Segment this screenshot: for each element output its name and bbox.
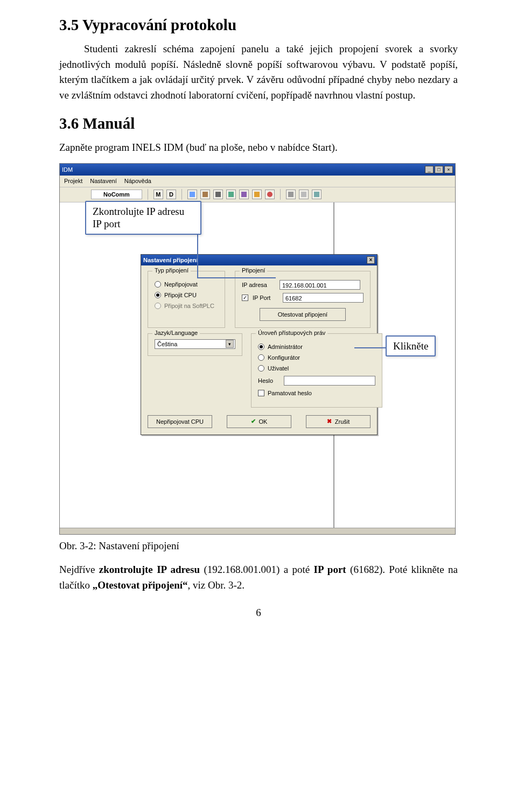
- bold-text: IP port: [314, 564, 346, 575]
- toolbar-icon[interactable]: [252, 190, 262, 199]
- callout-leader: [354, 347, 386, 348]
- heading-3-5: 3.5 Vypracování protokolu: [59, 16, 458, 34]
- group-connection: Připojení IP adresa 192.168.001.001 ✓ IP…: [235, 271, 371, 328]
- toolbar-icon[interactable]: [286, 190, 296, 199]
- toolbar-separator: [148, 189, 148, 200]
- group-legend: Úroveň přístupových práv: [256, 330, 327, 336]
- radio-softplc[interactable]: Připojit na SoftPLC: [155, 303, 218, 309]
- radio-label: Připojit CPU: [164, 292, 197, 298]
- input-ip-address[interactable]: 192.168.001.001: [280, 280, 360, 290]
- radio-pripojit-cpu[interactable]: Připojit CPU: [155, 292, 218, 298]
- toolbar-icon[interactable]: [187, 190, 197, 199]
- status-nocomm: NoComm: [91, 190, 142, 199]
- check-icon: ✔: [251, 418, 256, 425]
- menu-nastaveni[interactable]: Nastavení: [90, 178, 117, 184]
- toolbar-icon[interactable]: [200, 190, 210, 199]
- chevron-down-icon: ▾: [226, 340, 234, 348]
- toolbar-icon[interactable]: [312, 190, 322, 199]
- titlebar: IDM _ □ ×: [60, 164, 455, 176]
- callout-leader: [197, 277, 276, 278]
- dialog-title: Nastavení připojení: [143, 257, 198, 263]
- connection-settings-dialog: Nastavení připojení × Typ připojení Nepř…: [141, 254, 378, 435]
- ok-button[interactable]: ✔ OK: [227, 415, 291, 428]
- radio-label: Připojit na SoftPLC: [164, 303, 214, 309]
- radio-icon: [258, 354, 264, 361]
- toolbar-separator: [181, 189, 182, 200]
- callout-ip-line2: IP port: [93, 218, 121, 229]
- para-after-figure: Nejdříve zkontrolujte IP adresu (192.168…: [59, 562, 458, 593]
- test-connection-button[interactable]: Otestovat připojení: [260, 308, 346, 321]
- bold-text: „Otestovat připojení“: [93, 579, 188, 591]
- radio-label: Administrátor: [268, 344, 303, 350]
- language-value: Čeština: [157, 341, 177, 347]
- para-3-5: Studenti zakreslí schéma zapojení panelu…: [59, 41, 458, 103]
- text: (192.168.001.001) a poté: [200, 564, 314, 575]
- toolbar-icon[interactable]: [213, 190, 223, 199]
- radio-icon: [258, 344, 264, 350]
- radio-label: Uživatel: [268, 365, 289, 372]
- group-legend: Typ připojení: [152, 267, 191, 274]
- label-password: Heslo: [258, 377, 280, 384]
- menubar: Projekt Nastavení Nápověda: [60, 176, 455, 187]
- para-3-6: Zapněte program INELS IDM (buď na ploše,…: [59, 140, 458, 156]
- radio-label: Nepřipojovat: [164, 281, 198, 288]
- dont-connect-cpu-button[interactable]: Nepřipojovat CPU: [148, 415, 212, 428]
- label-ip: IP adresa: [242, 282, 275, 288]
- figure-caption: Obr. 3-2: Nastavení připojení: [59, 540, 458, 552]
- close-button[interactable]: ×: [444, 166, 453, 173]
- screenshot-figure: Zkontrolujte IP adresu IP port Klikněte …: [59, 163, 456, 535]
- input-ip-port[interactable]: 61682: [283, 293, 364, 303]
- group-language: Jazyk/Language Čeština ▾: [148, 333, 242, 356]
- group-access-level: Úroveň přístupových práv Administrátor K…: [251, 333, 382, 408]
- bold-text: zkontrolujte IP adresu: [99, 564, 200, 575]
- radio-icon: [258, 365, 264, 372]
- input-password[interactable]: [284, 376, 375, 386]
- checkbox-icon: [258, 390, 264, 396]
- text: , viz Obr. 3-2.: [188, 579, 245, 591]
- radio-nepripojovat[interactable]: Nepřipojovat: [155, 281, 218, 288]
- toolbar-icon[interactable]: [226, 190, 236, 199]
- dialog-close-button[interactable]: ×: [367, 256, 375, 264]
- dialog-titlebar: Nastavení připojení ×: [141, 255, 377, 265]
- menu-napoveda[interactable]: Nápověda: [124, 178, 151, 184]
- group-connection-type: Typ připojení Nepřipojovat Připojit CPU: [148, 271, 225, 328]
- callout-ip-check: Zkontrolujte IP adresu IP port: [85, 201, 201, 235]
- page-number: 6: [59, 607, 458, 619]
- toolbar-icon[interactable]: [239, 190, 249, 199]
- toolbar-m-button[interactable]: M: [153, 190, 163, 199]
- callout-ip-line1: Zkontrolujte IP adresu: [93, 206, 184, 217]
- label-ip-port: IP Port: [253, 295, 278, 301]
- cancel-label: Zrušit: [335, 418, 350, 425]
- cancel-button[interactable]: ✖ Zrušit: [306, 415, 371, 428]
- group-legend: Jazyk/Language: [152, 330, 200, 336]
- toolbar: NoComm M D: [60, 187, 455, 202]
- close-icon: ✖: [327, 418, 332, 425]
- checkbox-remember-password-row[interactable]: Pamatovat heslo: [258, 390, 375, 396]
- toolbar-d-button[interactable]: D: [166, 190, 176, 199]
- radio-uzivatel[interactable]: Uživatel: [258, 365, 375, 372]
- radio-konfigurator[interactable]: Konfigurátor: [258, 354, 375, 361]
- toolbar-icon[interactable]: [265, 190, 275, 199]
- callout-leader: [197, 233, 198, 277]
- maximize-button[interactable]: □: [435, 166, 443, 173]
- group-legend: Připojení: [240, 267, 267, 274]
- radio-label: Konfigurátor: [268, 354, 300, 361]
- statusbar: [60, 528, 455, 534]
- language-select[interactable]: Čeština ▾: [155, 339, 235, 349]
- radio-icon: [155, 281, 161, 288]
- radio-icon: [155, 292, 161, 298]
- text: Nejdříve: [59, 564, 99, 575]
- checkbox-ip-port[interactable]: ✓: [242, 295, 248, 301]
- toolbar-icon[interactable]: [299, 190, 309, 199]
- checkbox-label: Pamatovat heslo: [268, 390, 312, 396]
- minimize-button[interactable]: _: [425, 166, 434, 173]
- heading-3-6: 3.6 Manuál: [59, 115, 458, 132]
- window-title: IDM: [62, 166, 73, 173]
- radio-icon: [155, 303, 161, 309]
- menu-projekt[interactable]: Projekt: [64, 178, 82, 184]
- toolbar-separator: [280, 189, 281, 200]
- callout-click: Klikněte: [386, 335, 436, 357]
- ok-label: OK: [259, 418, 268, 425]
- radio-administrator[interactable]: Administrátor: [258, 344, 375, 350]
